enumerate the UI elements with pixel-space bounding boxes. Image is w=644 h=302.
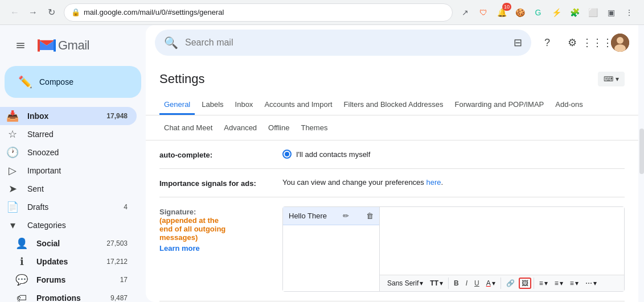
toolbar-numbered-list-selector[interactable]: ≡ ▾ — [552, 278, 566, 289]
sidebar-item-categories[interactable]: ▾ Categories — [0, 216, 137, 234]
drafts-label: Drafts — [27, 202, 114, 212]
signature-content-editable[interactable] — [384, 212, 620, 275]
toolbar-bullet-list-selector[interactable]: ≡ ▾ — [567, 278, 581, 289]
starred-icon: ☆ — [7, 128, 18, 140]
importance-value: You can view and change your preferences… — [282, 178, 625, 187]
tab-labels[interactable]: Labels — [197, 96, 228, 115]
font-size-label: TT — [430, 279, 438, 287]
sidebar-item-snoozed[interactable]: 🕐 Snoozed — [0, 143, 137, 162]
forums-label: Forums — [36, 275, 111, 284]
settings-area: Settings ⌨ ▾ General Labels Inbox Accoun… — [146, 60, 638, 302]
grammarly-btn[interactable]: G — [530, 5, 546, 20]
nav-section-main: 📥 Inbox 17,948 ☆ Starred 🕐 Snoozed ▷ Imp… — [0, 107, 146, 302]
categories-label: Categories — [27, 221, 128, 230]
font-dropdown-arrow: ▾ — [420, 279, 423, 287]
toolbar-italic-btn[interactable]: I — [463, 278, 470, 289]
categories-expand-icon: ▾ — [7, 219, 18, 231]
bullet-dropdown-arrow: ▾ — [575, 279, 579, 287]
sidebar-item-social[interactable]: 👤 Social 27,503 — [0, 234, 137, 253]
apps-button[interactable]: ⋮⋮⋮ — [586, 31, 609, 54]
edit-sig-icon[interactable]: ✏ — [343, 212, 349, 220]
sidebar-item-sent[interactable]: ➤ Sent — [0, 180, 137, 198]
url-text: mail.google.com/mail/u/0/#settings/gener… — [84, 8, 224, 16]
toolbar-underline-btn[interactable]: U — [471, 278, 482, 289]
top-bar: 🔍 ⊟ ? ⚙ ⋮⋮⋮ — [146, 25, 638, 60]
browser-chrome: ← → ↻ 🔒 mail.google.com/mail/u/0/#settin… — [0, 0, 644, 25]
hamburger-button[interactable] — [9, 34, 32, 57]
notification-container: 🔔 10 — [494, 5, 510, 20]
toolbar-link-btn[interactable]: 🔗 — [503, 278, 518, 289]
radio-button[interactable] — [282, 150, 292, 159]
sidebar-item-drafts[interactable]: 📄 Drafts 4 — [0, 198, 137, 216]
sidebar-item-inbox[interactable]: 📥 Inbox 17,948 — [0, 107, 137, 125]
gmail-label: Gmail — [58, 38, 89, 53]
window-btn[interactable]: ⬜ — [585, 5, 601, 20]
importance-label: Importance signals for ads: — [159, 178, 273, 188]
sidebar-item-forums[interactable]: 💬 Forums 17 — [0, 271, 137, 289]
signature-name-text: Hello There — [289, 212, 327, 220]
toolbar-color-selector[interactable]: A ▾ — [483, 278, 498, 289]
sub-tab-chat[interactable]: Chat and Meet — [159, 120, 217, 135]
keyboard-shortcut-button[interactable]: ⌨ ▾ — [598, 72, 625, 86]
starred-label: Starred — [27, 130, 128, 139]
tab-forwarding[interactable]: Forwarding and POP/IMAP — [450, 96, 548, 115]
search-box[interactable]: 🔍 ⊟ — [155, 30, 531, 56]
menu-btn[interactable]: ⋮ — [621, 5, 637, 20]
updates-label: Updates — [36, 257, 97, 266]
sidebar-btn[interactable]: ▣ — [603, 5, 619, 20]
tab-general[interactable]: General — [159, 96, 195, 115]
main-content: 🔍 ⊟ ? ⚙ ⋮⋮⋮ Settings — [146, 25, 638, 302]
toolbar-size-selector[interactable]: TT ▾ — [427, 278, 446, 289]
forward-button[interactable]: → — [25, 5, 41, 20]
help-button[interactable]: ? — [536, 31, 559, 54]
updates-icon: ℹ — [16, 255, 27, 268]
compose-button[interactable]: ✏️ Compose — [5, 66, 141, 98]
align-dropdown-arrow: ▾ — [544, 279, 548, 287]
signature-learn-more-link[interactable]: Learn more — [159, 244, 273, 253]
bullet-list-icon: ≡ — [570, 279, 574, 287]
numbered-list-icon: ≡ — [555, 279, 559, 287]
signature-edit-area: Sans Serif ▾ TT ▾ B I — [380, 207, 624, 291]
sub-tab-advanced[interactable]: Advanced — [219, 120, 261, 135]
sidebar-item-important[interactable]: ▷ Important — [0, 162, 137, 180]
signature-editor: Hello There ✏ 🗑 Sans Serif — [282, 206, 625, 292]
top-actions: ? ⚙ ⋮⋮⋮ — [536, 31, 629, 54]
tab-accounts[interactable]: Accounts and Import — [260, 96, 337, 115]
social-count: 27,503 — [106, 239, 128, 247]
tab-filters[interactable]: Filters and Blocked Addresses — [339, 96, 448, 115]
sidebar-item-starred[interactable]: ☆ Starred — [0, 125, 137, 143]
settings-button[interactable]: ⚙ — [561, 31, 584, 54]
sub-tab-offline[interactable]: Offline — [264, 120, 294, 135]
sub-tab-themes[interactable]: Themes — [296, 120, 332, 135]
lock-icon: 🔒 — [71, 8, 80, 16]
toolbar-image-btn[interactable]: 🖼 — [519, 278, 531, 289]
snoozed-label: Snoozed — [27, 148, 128, 157]
sidebar-item-promotions[interactable]: 🏷 Promotions 9,487 — [0, 289, 137, 302]
important-label: Important — [27, 166, 128, 175]
extensions-puzzle[interactable]: 🧩 — [567, 5, 583, 20]
signature-toolbar: Sans Serif ▾ TT ▾ B I — [380, 275, 624, 291]
scrollbar[interactable] — [639, 129, 644, 174]
brave-shield[interactable]: 🛡 — [475, 5, 491, 20]
address-bar[interactable]: 🔒 mail.google.com/mail/u/0/#settings/gen… — [64, 3, 453, 22]
reload-button[interactable]: ↻ — [43, 5, 59, 20]
tab-inbox[interactable]: Inbox — [231, 96, 258, 115]
search-input[interactable] — [185, 38, 507, 48]
toolbar-bold-btn[interactable]: B — [451, 278, 462, 289]
toolbar-indent-selector[interactable]: ⋯ ▾ — [583, 278, 600, 289]
search-options-icon[interactable]: ⊟ — [514, 36, 522, 49]
back-button[interactable]: ← — [7, 5, 23, 20]
avatar[interactable] — [611, 34, 629, 52]
profile-btn[interactable]: 🍪 — [512, 5, 528, 20]
toolbar-font-selector[interactable]: Sans Serif ▾ — [384, 278, 426, 289]
sidebar-item-updates[interactable]: ℹ Updates 17,212 — [0, 253, 137, 271]
tab-addons[interactable]: Add-ons — [551, 96, 587, 115]
keyboard-icon: ⌨ — [604, 75, 613, 83]
share-button[interactable]: ↗ — [457, 5, 473, 20]
importance-preferences-link[interactable]: here — [426, 178, 441, 187]
signature-name-item[interactable]: Hello There ✏ 🗑 — [283, 207, 379, 225]
compose-icon: ✏️ — [18, 75, 32, 89]
delete-sig-icon[interactable]: 🗑 — [366, 212, 374, 220]
toolbar-align-selector[interactable]: ≡ ▾ — [536, 278, 551, 289]
extension-btn[interactable]: ⚡ — [548, 5, 564, 20]
